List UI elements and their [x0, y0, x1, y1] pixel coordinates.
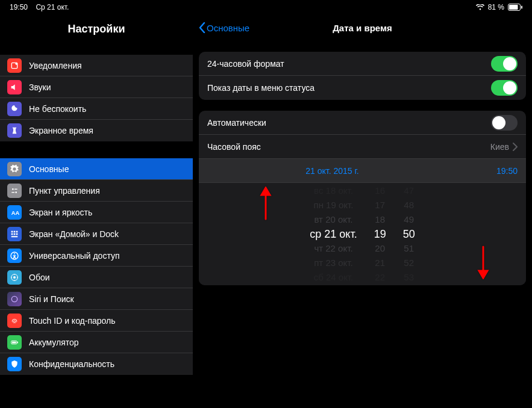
sidebar-label: Универсальный доступ — [29, 251, 120, 261]
picker-col-hour[interactable]: 16 17 18 19 20 21 22 — [366, 183, 395, 285]
sidebar-label: Аккумулятор — [29, 338, 79, 347]
battery-percent: 81 % — [488, 3, 504, 11]
svg-point-25 — [11, 296, 17, 301]
sidebar-label: Пункт управления — [29, 186, 100, 196]
svg-point-20 — [13, 276, 16, 279]
sidebar-label: Не беспокоить — [29, 104, 86, 114]
svg-point-4 — [15, 62, 17, 64]
status-bar: 19:50 Ср 21 окт. 81 % — [0, 0, 532, 14]
accessibility-icon — [7, 249, 22, 263]
svg-rect-8 — [11, 192, 14, 193]
battery-icon — [508, 4, 522, 11]
wifi-icon — [476, 4, 484, 10]
sidebar-item-touchid[interactable]: Touch ID и код-пароль — [0, 310, 193, 332]
selected-date: 21 окт. 2015 г. — [207, 166, 457, 176]
timezone-value: Киев — [490, 142, 509, 152]
toggle-show-date[interactable] — [491, 80, 518, 96]
touchid-icon — [7, 314, 22, 328]
sidebar-item-sounds[interactable]: Звуки — [0, 76, 193, 98]
control-center-icon — [7, 184, 22, 198]
sidebar-item-home-dock[interactable]: Экран «Домой» и Dock — [0, 223, 193, 245]
toggle-24h[interactable] — [491, 56, 518, 72]
wallpaper-icon — [7, 270, 22, 285]
svg-point-7 — [15, 191, 17, 193]
sidebar-label: Конфиденциальность — [29, 359, 114, 369]
sidebar-label: Touch ID и код-пароль — [29, 316, 116, 326]
svg-point-18 — [14, 253, 15, 254]
svg-rect-1 — [509, 5, 518, 10]
picker-col-date[interactable]: вс 18 окт. пн 19 окт. вт 20 окт. ср 21 о… — [301, 183, 365, 285]
sidebar-label: Siri и Поиск — [29, 294, 74, 304]
svg-rect-11 — [14, 230, 16, 232]
svg-rect-6 — [14, 188, 17, 189]
chevron-left-icon — [199, 22, 205, 33]
battery-menu-icon — [7, 335, 22, 350]
screentime-icon — [7, 123, 22, 138]
row-show-date: Показ даты в меню статуса — [199, 76, 526, 100]
svg-rect-15 — [16, 233, 18, 235]
selected-time: 19:50 — [457, 166, 518, 176]
svg-point-23 — [11, 277, 12, 277]
sidebar-item-display[interactable]: AA Экран и яркость — [0, 202, 193, 223]
general-icon — [7, 162, 22, 176]
svg-rect-10 — [11, 230, 13, 232]
status-time: 19:50 — [10, 3, 28, 11]
home-dock-icon — [7, 227, 22, 241]
sidebar-item-notifications[interactable]: Уведомления — [0, 55, 193, 76]
sidebar-item-siri[interactable]: Siri и Поиск — [0, 288, 193, 310]
sidebar-item-battery[interactable]: Аккумулятор — [0, 332, 193, 353]
sidebar-item-privacy[interactable]: Конфиденциальность — [0, 353, 193, 375]
svg-text:AA: AA — [11, 210, 19, 216]
picker-col-minute[interactable]: 47 48 49 50 51 52 53 — [395, 183, 424, 285]
sidebar-label: Экран и яркость — [29, 208, 92, 217]
sidebar: Настройки Уведомления Звуки Не беспокоит… — [0, 14, 193, 395]
back-button[interactable]: Основные — [199, 22, 249, 33]
sidebar-title: Настройки — [0, 14, 193, 46]
sidebar-label: Звуки — [29, 82, 51, 92]
svg-rect-14 — [14, 233, 16, 235]
toggle-auto[interactable] — [491, 115, 518, 131]
annotation-arrow-down — [477, 246, 490, 282]
svg-point-22 — [14, 280, 14, 280]
datetime-picker[interactable]: вс 18 окт. пн 19 окт. вт 20 окт. ср 21 о… — [199, 183, 526, 285]
svg-rect-16 — [11, 236, 18, 237]
sidebar-item-general[interactable]: Основные — [0, 158, 193, 180]
svg-rect-12 — [16, 230, 18, 232]
svg-rect-28 — [12, 341, 16, 343]
svg-rect-13 — [11, 233, 13, 235]
sidebar-item-screentime[interactable]: Экранное время — [0, 120, 193, 141]
sidebar-label: Экранное время — [29, 126, 93, 135]
svg-rect-2 — [521, 6, 522, 9]
sidebar-item-wallpaper[interactable]: Обои — [0, 267, 193, 288]
row-selected-datetime[interactable]: 21 окт. 2015 г. 19:50 — [199, 159, 526, 183]
svg-rect-27 — [17, 341, 18, 343]
sidebar-label: Уведомления — [29, 61, 82, 70]
sidebar-label: Обои — [29, 273, 50, 282]
privacy-icon — [7, 357, 22, 371]
chevron-right-icon — [513, 143, 518, 151]
sidebar-item-control-center[interactable]: Пункт управления — [0, 180, 193, 202]
row-auto: Автоматически — [199, 111, 526, 135]
status-date: Ср 21 окт. — [36, 3, 69, 11]
sidebar-item-accessibility[interactable]: Универсальный доступ — [0, 245, 193, 267]
sidebar-item-dnd[interactable]: Не беспокоить — [0, 98, 193, 120]
svg-point-21 — [14, 274, 14, 274]
row-timezone[interactable]: Часовой пояс Киев — [199, 135, 526, 159]
svg-point-5 — [12, 188, 14, 190]
notifications-icon — [7, 58, 22, 73]
row-24h-format: 24-часовой формат — [199, 52, 526, 76]
sounds-icon — [7, 80, 22, 94]
annotation-arrow-up — [259, 187, 272, 223]
sidebar-label: Основные — [29, 164, 69, 174]
sidebar-label: Экран «Домой» и Dock — [29, 229, 119, 239]
dnd-icon — [7, 102, 22, 116]
detail-pane: Основные Дата и время 24-часовой формат … — [193, 14, 532, 395]
siri-icon — [7, 292, 22, 306]
detail-title: Дата и время — [333, 23, 392, 33]
svg-point-24 — [17, 277, 17, 277]
display-icon: AA — [7, 205, 22, 220]
